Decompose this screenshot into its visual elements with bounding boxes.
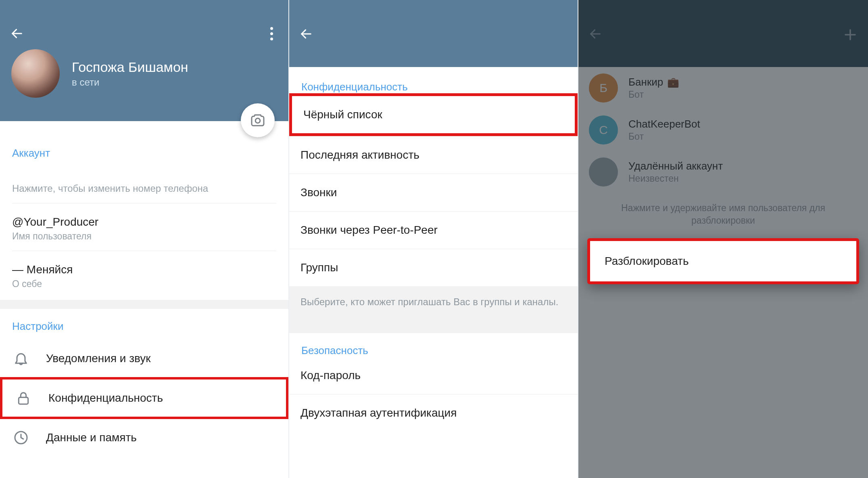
- arrow-left-icon: [299, 27, 313, 41]
- contact-sub: Неизвестен: [628, 173, 723, 184]
- privacy-section-title: Конфиденциальность: [289, 67, 578, 93]
- dot-icon: [270, 38, 273, 40]
- phone-hint[interactable]: Нажмите, чтобы изменить номер телефона: [12, 183, 276, 194]
- list-item[interactable]: Б Банкир 💼 Бот: [578, 67, 868, 109]
- arrow-left-icon: [588, 27, 602, 41]
- privacy-p2p-calls[interactable]: Звонки через Peer-to-Peer: [289, 212, 578, 249]
- bio-sub: О себе: [12, 279, 276, 289]
- privacy-last-seen[interactable]: Последняя активность: [289, 136, 578, 174]
- menu-data-storage[interactable]: Данные и память: [0, 419, 288, 456]
- arrow-left-icon: [10, 27, 24, 40]
- settings-menu: Уведомления и звук Конфиденциальность Да…: [0, 340, 288, 456]
- avatar: Б: [589, 73, 618, 103]
- security-two-step[interactable]: Двухэтапная аутентификация: [289, 394, 578, 432]
- settings-profile-screen: Госпожа Бишамон в сети Аккаунт Нажмите, …: [0, 0, 289, 478]
- profile-status: в сети: [72, 77, 188, 88]
- contact-name: Удалённый аккаунт: [628, 160, 723, 172]
- change-photo-button[interactable]: [241, 103, 275, 137]
- settings-section-title: Настройки: [0, 320, 288, 333]
- bell-icon: [12, 350, 30, 367]
- lock-icon: [15, 389, 32, 407]
- menu-label: Уведомления и звук: [46, 352, 151, 365]
- context-menu: Разблокировать: [587, 238, 859, 284]
- header-toolbar: [0, 18, 288, 49]
- contact-name: ChatKeeperBot: [628, 118, 700, 130]
- privacy-groups[interactable]: Группы: [289, 249, 578, 286]
- contact-sub: Бот: [628, 131, 700, 142]
- avatar: С: [589, 115, 618, 145]
- groups-hint: Выберите, кто может приглашать Вас в гру…: [289, 286, 578, 333]
- unblock-action[interactable]: Разблокировать: [590, 241, 856, 281]
- blocklist-screen: Б Банкир 💼 Бот С ChatKeeperBot Бот Удалё…: [578, 0, 868, 478]
- username-value[interactable]: @Your_Producer: [12, 216, 276, 229]
- menu-label: Конфиденциальность: [48, 392, 163, 405]
- more-menu-button[interactable]: [264, 26, 279, 41]
- section-gap: [0, 300, 288, 309]
- profile-header: Госпожа Бишамон в сети: [0, 0, 288, 121]
- contact-sub: Бот: [628, 89, 679, 100]
- svg-point-1: [255, 118, 260, 123]
- privacy-settings-screen: Конфиденциальность Чёрный список Последн…: [289, 0, 578, 478]
- privacy-blocklist[interactable]: Чёрный список: [289, 93, 578, 136]
- menu-privacy[interactable]: Конфиденциальность: [0, 377, 288, 419]
- profile-info: Госпожа Бишамон в сети: [0, 49, 288, 98]
- avatar[interactable]: [11, 49, 60, 98]
- briefcase-icon: 💼: [667, 77, 679, 88]
- back-button[interactable]: [299, 27, 313, 41]
- dot-icon: [270, 27, 273, 30]
- account-section-title: Аккаунт: [0, 147, 288, 159]
- avatar: [589, 157, 618, 187]
- contact-name: Банкир 💼: [628, 76, 679, 88]
- blocked-contacts-list: Б Банкир 💼 Бот С ChatKeeperBot Бот Удалё…: [578, 67, 868, 231]
- hold-hint: Нажмите и удерживайте имя пользователя д…: [578, 193, 868, 231]
- account-block: Нажмите, чтобы изменить номер телефона @…: [0, 159, 288, 289]
- profile-name: Госпожа Бишамон: [72, 59, 188, 75]
- bio-value[interactable]: — Меняйся: [12, 263, 276, 276]
- menu-notifications[interactable]: Уведомления и звук: [0, 340, 288, 377]
- list-item[interactable]: С ChatKeeperBot Бот: [578, 109, 868, 151]
- back-button[interactable]: [10, 26, 24, 41]
- svg-rect-2: [19, 397, 28, 404]
- username-sub: Имя пользователя: [12, 231, 276, 242]
- header-toolbar: [578, 0, 868, 67]
- clock-icon: [12, 429, 30, 447]
- list-item[interactable]: Удалённый аккаунт Неизвестен: [578, 151, 868, 193]
- add-blocked-button[interactable]: [842, 27, 858, 43]
- camera-icon: [250, 112, 266, 128]
- privacy-calls[interactable]: Звонки: [289, 174, 578, 211]
- plus-icon: [843, 27, 858, 42]
- security-passcode[interactable]: Код-пароль: [289, 357, 578, 394]
- back-button[interactable]: [588, 27, 603, 41]
- dot-icon: [270, 32, 273, 35]
- header-toolbar: [289, 0, 578, 67]
- menu-label: Данные и память: [46, 431, 137, 444]
- security-section-title: Безопасность: [289, 333, 578, 357]
